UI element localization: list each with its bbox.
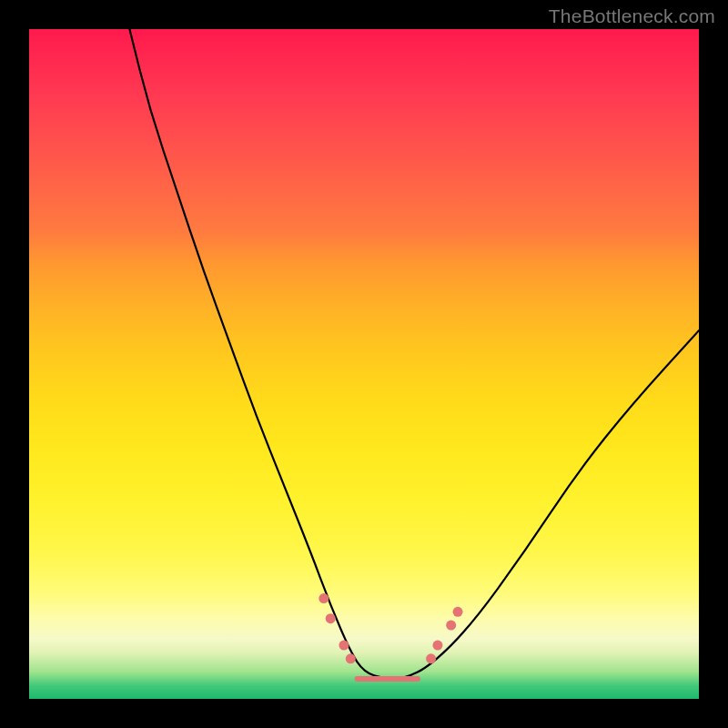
watermark-text: TheBottleneck.com [549, 5, 715, 27]
left-dot-1 [318, 593, 329, 603]
left-dot-4 [346, 653, 356, 663]
chart-frame: TheBottleneck.com [0, 0, 728, 728]
series-layer [129, 29, 699, 679]
left-dot-2 [326, 613, 336, 623]
bottleneck-curve [129, 29, 699, 679]
right-dot-4 [453, 607, 463, 617]
right-dot-3 [446, 621, 456, 631]
plot-area [29, 29, 699, 699]
left-dot-3 [339, 641, 349, 651]
right-dot-1 [426, 653, 436, 663]
right-dot-2 [432, 641, 442, 651]
curve-svg [29, 29, 699, 699]
